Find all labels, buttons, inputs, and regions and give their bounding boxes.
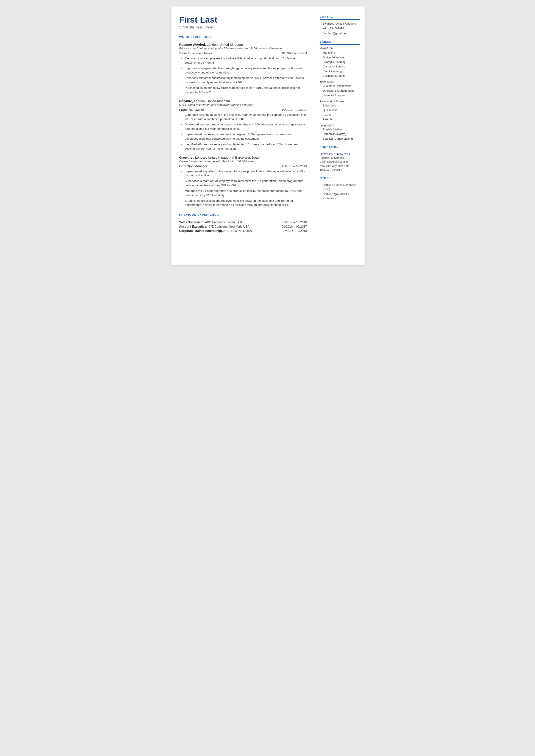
- contact-location: Swansea, United Kingdom: [320, 22, 360, 26]
- job-title-3: Operation Manager: [179, 164, 208, 168]
- prev-exp-title-3: Corporate Trainer (Internship), ABC, New…: [179, 229, 252, 233]
- bullet-3-2: Supervised a team of 20+ employees to im…: [182, 179, 307, 187]
- resume-container: First Last Small Business Owner WORK EXP…: [171, 7, 365, 265]
- tool-quickbooks: Quickbooks: [320, 108, 360, 112]
- main-column: First Last Small Business Owner WORK EXP…: [171, 7, 315, 265]
- prev-exp-row-2: Account Executive, XYZ Company, New York…: [179, 225, 307, 228]
- job-title-1: Small Business Owner: [179, 51, 212, 55]
- job-dates-1: 01/2022 – Present: [282, 51, 307, 55]
- prev-exp-dates-3: 07/2014 –12/2015: [283, 229, 307, 233]
- job-dates-3: 11/2018 – 09/2019: [282, 164, 307, 168]
- company-rest-1: London, United Kingdom: [206, 43, 242, 46]
- bullet-3-3: Managed the 24-hour operation of a produ…: [182, 189, 307, 197]
- job-bullets-2: Expanded revenue by 28% in the first fis…: [179, 113, 307, 151]
- skill-marketing: Marketing: [320, 51, 360, 55]
- company-bold-2: Polyhire,: [179, 99, 193, 103]
- job-title-2: Franchise Owner: [179, 108, 204, 111]
- bullet-2-2: Developed and nurtured a corporate relat…: [182, 123, 307, 131]
- other-list: Certified Financial Planner (CFP) Certif…: [320, 183, 360, 200]
- job-row-1: Small Business Owner 01/2022 – Present: [179, 51, 307, 55]
- tool-salesforce: Salesforce: [320, 104, 360, 107]
- skills-section-header: SKILLS: [320, 40, 360, 44]
- bullet-1-4: Purchased inventory below direct market …: [182, 86, 307, 95]
- skill-business-strategy: Business Strategy: [320, 74, 360, 78]
- contact-section-header: CONTACT: [320, 15, 360, 20]
- job-block-1: Resume Worded, London, United Kingdom Ed…: [179, 43, 307, 95]
- languages-list: English (Native) Romanian (Native) Spani…: [320, 127, 360, 141]
- language-spanish: Spanish (Conversational): [320, 137, 360, 141]
- job-block-3: Growthsi, London, United Kingdom & Barce…: [179, 155, 307, 207]
- skill-strategic-planning: Strategic Planning: [320, 60, 360, 64]
- language-romanian: Romanian (Native): [320, 132, 360, 136]
- job-block-2: Polyhire, London, United Kingdom NYSE-li…: [179, 99, 307, 151]
- company-name-1: Resume Worded, London, United Kingdom: [179, 43, 307, 46]
- company-bold-3: Growthsi,: [179, 155, 194, 159]
- bullet-1-3: Enhanced customer satisfaction by increa…: [182, 76, 307, 84]
- other-cfp: Certified Financial Planner (CFP): [320, 183, 360, 191]
- bullet-2-4: Identified efficient processes and imple…: [182, 142, 307, 151]
- edu-degree: Bachelor of Science: [320, 156, 344, 159]
- prev-exp-title-2: Account Executive, XYZ Company, New York…: [179, 225, 250, 228]
- contact-phone: +44 1234567890: [320, 26, 360, 30]
- tools-list: Salesforce Quickbooks Asana Airtable: [320, 104, 360, 122]
- bullet-2-1: Expanded revenue by 28% in the first fis…: [182, 113, 307, 121]
- technique-operations-management: Operations Management: [320, 89, 360, 93]
- technique-financial-analysis: Financial Analysis: [320, 93, 360, 97]
- techniques-list: Customer Relationship Operations Managem…: [320, 84, 360, 97]
- company-rest-3: London, United Kingdom & Barcelona, Spai…: [194, 155, 260, 159]
- bullet-2-3: Implemented marketing strategies that ta…: [182, 132, 307, 141]
- techniques-label: Techniques:: [320, 80, 360, 83]
- languages-label: Languages:: [320, 124, 360, 127]
- bullet-3-4: Streamlined processes and resolved confl…: [182, 199, 307, 207]
- company-desc-3: Career training and membership SaaS with…: [179, 160, 307, 163]
- previous-experience-block: Sales Supervisor, ABC Company, London, U…: [179, 220, 307, 233]
- tool-asana: Asana: [320, 113, 360, 117]
- prev-exp-row-3: Corporate Trainer (Internship), ABC, New…: [179, 229, 307, 233]
- contact-list: Swansea, United Kingdom +44 1234567890 f…: [320, 22, 360, 35]
- contact-email: first.last@gmail.com: [320, 32, 360, 35]
- hard-skills-list: Marketing Online Advertising Strategic P…: [320, 51, 360, 78]
- hard-skills-label: Hard Skills:: [320, 47, 360, 50]
- job-bullets-1: Mentored junior employees to provide eff…: [179, 56, 307, 95]
- company-bold-1: Resume Worded,: [179, 43, 206, 46]
- prev-exp-dates-1: 06/2017 – 10/2018: [282, 220, 307, 224]
- tools-label: Tools and Software:: [320, 99, 360, 103]
- prev-exp-row-1: Sales Supervisor, ABC Company, London, U…: [179, 220, 307, 224]
- skill-event-planning: Event Planning: [320, 70, 360, 73]
- work-experience-header: WORK EXPERIENCE: [179, 35, 307, 40]
- education-block: University of New York Bachelor of Scien…: [320, 152, 360, 172]
- edu-dates: 10/2011 - 06/2014: [320, 168, 342, 171]
- bullet-1-1: Mentored junior employees to provide eff…: [182, 56, 307, 65]
- edu-school-name: University of New York: [320, 152, 360, 155]
- tool-airtable: Airtable: [320, 118, 360, 121]
- skill-online-advertising: Online Advertising: [320, 56, 360, 60]
- other-quickbooks: Certified QuickBooks ProAdvisor: [320, 192, 360, 200]
- edu-location: New York City, New York: [320, 164, 350, 167]
- skill-customer-service: Customer Service: [320, 65, 360, 69]
- company-name-3: Growthsi, London, United Kingdom & Barce…: [179, 155, 307, 159]
- candidate-name: First Last: [179, 15, 307, 25]
- edu-details: Bachelor of Science Business Administrat…: [320, 156, 360, 172]
- name-title-block: First Last Small Business Owner: [179, 15, 307, 29]
- company-rest-2: London, United Kingdom: [193, 99, 230, 103]
- other-section-header: OTHER: [320, 177, 360, 181]
- company-name-2: Polyhire, London, United Kingdom: [179, 99, 307, 103]
- language-english: English (Native): [320, 127, 360, 131]
- edu-field: Business Administration: [320, 160, 349, 163]
- sidebar: CONTACT Swansea, United Kingdom +44 1234…: [315, 7, 365, 265]
- company-desc-2: NYSE-listed recruitment and employer bra…: [179, 103, 307, 106]
- job-row-2: Franchise Owner 10/2019 – 12/2021: [179, 108, 307, 111]
- bullet-1-2: Improved employee retention through regu…: [182, 66, 307, 75]
- bullet-3-1: Implemented a quality control system for…: [182, 169, 307, 178]
- job-row-3: Operation Manager 11/2018 – 09/2019: [179, 164, 307, 168]
- job-dates-2: 10/2019 – 12/2021: [282, 108, 307, 111]
- education-section-header: EDUCATION: [320, 146, 360, 150]
- candidate-subtitle: Small Business Owner: [179, 25, 307, 29]
- previous-experience-header: PREVIOUS EXPERIENCE: [179, 213, 307, 218]
- technique-customer-relationship: Customer Relationship: [320, 84, 360, 88]
- company-desc-1: Education technology startup with 50+ em…: [179, 47, 307, 50]
- job-bullets-3: Implemented a quality control system for…: [179, 169, 307, 207]
- prev-exp-dates-2: 01/2016 – 05/2017: [282, 225, 307, 228]
- prev-exp-title-1: Sales Supervisor, ABC Company, London, U…: [179, 220, 242, 224]
